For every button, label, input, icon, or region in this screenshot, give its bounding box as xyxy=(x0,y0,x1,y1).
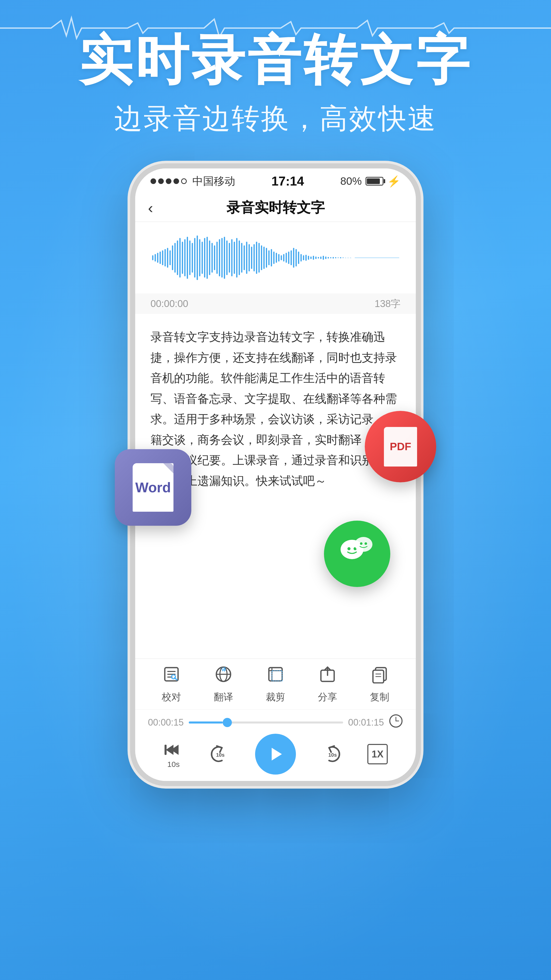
svg-rect-77 xyxy=(327,257,329,259)
char-count: 138字 xyxy=(375,298,400,310)
svg-rect-65 xyxy=(298,251,299,264)
word-badge: Word xyxy=(115,449,191,526)
svg-rect-67 xyxy=(303,255,304,260)
svg-rect-53 xyxy=(268,250,270,265)
rewind-label: 10s xyxy=(167,760,179,769)
svg-rect-10 xyxy=(162,250,163,265)
svg-rect-46 xyxy=(251,247,252,269)
translate-label: 翻译 xyxy=(214,690,233,703)
svg-rect-42 xyxy=(241,243,242,272)
svg-rect-75 xyxy=(322,256,324,260)
share-icon xyxy=(318,665,337,687)
waveform-area xyxy=(135,222,416,293)
signal-dot-2 xyxy=(158,178,164,184)
battery-icon xyxy=(365,177,383,186)
svg-rect-20 xyxy=(186,237,188,279)
progress-thumb[interactable] xyxy=(223,718,232,727)
word-doc-icon: Word xyxy=(133,463,173,512)
svg-point-1 xyxy=(348,547,351,550)
svg-rect-28 xyxy=(206,237,208,279)
svg-rect-33 xyxy=(219,239,220,276)
svg-point-3 xyxy=(354,537,372,552)
svg-rect-40 xyxy=(236,238,238,277)
nav-bar: ‹ 录音实时转文字 xyxy=(135,194,416,222)
svg-rect-47 xyxy=(253,244,255,272)
svg-rect-55 xyxy=(273,251,275,264)
svg-rect-17 xyxy=(179,238,181,277)
svg-rect-59 xyxy=(283,254,284,261)
svg-rect-97 xyxy=(269,668,282,681)
svg-rect-19 xyxy=(184,239,186,276)
status-time: 17:14 xyxy=(272,174,304,189)
svg-rect-12 xyxy=(167,248,168,268)
svg-point-4 xyxy=(360,542,362,545)
recording-time: 00:00:00 xyxy=(151,298,188,309)
forward-10-button[interactable]: 10s xyxy=(321,744,342,764)
svg-rect-57 xyxy=(278,254,279,261)
sub-title: 边录音边转换，高效快速 xyxy=(0,100,551,138)
play-button[interactable] xyxy=(255,734,296,775)
wechat-icon xyxy=(338,530,376,578)
svg-rect-25 xyxy=(199,239,200,276)
toolbar-proofread[interactable]: 校对 xyxy=(162,665,181,703)
signal-dot-1 xyxy=(151,178,156,184)
battery-fill xyxy=(367,178,380,184)
svg-rect-60 xyxy=(286,253,287,263)
svg-marker-112 xyxy=(272,748,282,760)
progress-track[interactable] xyxy=(189,721,343,724)
progress-fill xyxy=(189,721,223,724)
proofread-icon xyxy=(162,665,181,687)
svg-rect-7 xyxy=(154,254,156,261)
total-time: 00:01:15 xyxy=(348,717,384,728)
speed-button[interactable]: 1X xyxy=(367,744,388,764)
bottom-toolbar: 校对 译 翻译 xyxy=(135,659,416,710)
signal-dot-4 xyxy=(173,178,179,184)
svg-point-5 xyxy=(365,542,367,545)
svg-rect-48 xyxy=(256,242,257,274)
svg-rect-50 xyxy=(261,245,262,270)
speed-label: 1X xyxy=(372,749,383,760)
svg-rect-49 xyxy=(258,243,260,272)
svg-rect-29 xyxy=(209,240,210,275)
svg-rect-79 xyxy=(332,257,334,259)
status-right: 80% ⚡ xyxy=(340,175,400,188)
svg-rect-11 xyxy=(164,249,166,266)
svg-rect-31 xyxy=(214,245,215,270)
toolbar-share[interactable]: 分享 xyxy=(318,665,337,703)
svg-rect-24 xyxy=(197,235,198,280)
svg-rect-82 xyxy=(340,257,341,258)
svg-rect-78 xyxy=(330,257,331,258)
svg-rect-61 xyxy=(288,251,289,264)
rewind-button[interactable]: 10s xyxy=(163,740,184,769)
svg-rect-66 xyxy=(300,254,302,261)
toolbar-translate[interactable]: 译 翻译 xyxy=(214,665,233,703)
svg-rect-8 xyxy=(157,253,159,263)
toolbar-trim[interactable]: 裁剪 xyxy=(266,665,285,703)
svg-rect-18 xyxy=(182,242,183,274)
main-title: 实时录音转文字 xyxy=(0,30,551,89)
svg-rect-58 xyxy=(280,255,282,260)
svg-rect-16 xyxy=(176,240,178,275)
translate-icon: 译 xyxy=(214,665,233,687)
svg-rect-15 xyxy=(174,243,176,272)
pdf-doc-icon: PDF xyxy=(384,427,417,466)
svg-rect-23 xyxy=(194,238,195,277)
phone-mockup: Word PDF xyxy=(135,169,416,781)
svg-rect-51 xyxy=(263,247,265,269)
back-button[interactable]: ‹ xyxy=(148,199,153,217)
svg-rect-63 xyxy=(293,248,294,268)
svg-rect-37 xyxy=(229,243,230,272)
svg-rect-100 xyxy=(272,671,282,681)
wechat-badge xyxy=(324,520,390,587)
svg-rect-69 xyxy=(308,256,309,260)
toolbar-copy[interactable]: 复制 xyxy=(370,665,389,703)
signal-dot-5 xyxy=(181,178,187,184)
svg-rect-52 xyxy=(265,248,267,268)
status-bar: 中国移动 17:14 80% ⚡ xyxy=(135,169,416,194)
svg-rect-26 xyxy=(201,242,203,274)
backward-10-button[interactable]: 10s xyxy=(209,744,230,764)
svg-rect-83 xyxy=(342,258,344,258)
svg-rect-30 xyxy=(211,243,213,272)
copy-icon xyxy=(370,665,389,687)
svg-rect-35 xyxy=(224,237,225,279)
